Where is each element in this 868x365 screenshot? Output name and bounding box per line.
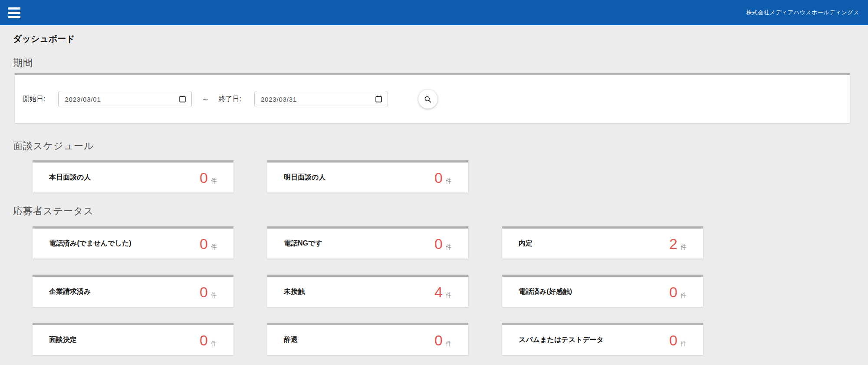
stat-card-label: 企業請求済み [49,287,91,296]
calendar-icon[interactable] [375,95,382,103]
end-date-field [254,91,388,107]
stat-card-value: 0 [200,333,208,348]
hamburger-icon [8,12,20,14]
stat-card: 未接触 4 件 [267,275,468,307]
stat-card-count: 0 件 [200,333,217,348]
page-title: ダッシュボード [13,33,868,44]
stat-card-value: 0 [434,170,443,185]
stat-card-label: 電話NGです [284,239,322,248]
stat-card: 電話済み(好感触) 0 件 [502,275,703,307]
stat-card-count: 2 件 [669,236,687,251]
stat-card-count: 0 件 [200,236,217,251]
stat-card-count: 0 件 [434,236,452,251]
stat-card-unit: 件 [681,243,687,251]
stat-card-label: 未接触 [284,287,305,296]
stat-card-label: 面談決定 [49,335,77,345]
end-date-input[interactable] [254,91,388,107]
stat-card-unit: 件 [681,340,687,348]
main-content: ダッシュボード 期間 開始日: ～ 終了日: 面談スケジュー [0,25,868,355]
stat-card-unit: 件 [211,177,217,185]
stat-card-count: 4 件 [434,285,452,299]
stat-card-unit: 件 [446,292,452,299]
start-date-label: 開始日: [23,95,45,104]
stat-card: 電話NGです 0 件 [267,226,468,259]
stat-card-value: 0 [669,285,677,299]
company-name: 株式会社メディアハウスホールディングス [746,9,859,17]
stat-card-label: 電話済み(でませんでした) [49,239,132,248]
stat-card-unit: 件 [446,243,452,251]
stat-card-count: 0 件 [669,333,687,348]
hamburger-icon [8,7,20,10]
stat-card-value: 0 [200,236,208,251]
section-title-period: 期間 [13,56,868,70]
start-date-input[interactable] [58,91,192,107]
stat-card-value: 0 [669,333,677,348]
period-filter-card: 開始日: ～ 終了日: [15,73,850,123]
stat-card: 辞退 0 件 [267,323,468,355]
section-title-interview-schedule: 面談スケジュール [13,139,868,153]
start-date-field [58,91,192,107]
end-date-label: 終了日: [218,95,241,104]
stat-card: 企業請求済み 0 件 [33,275,233,307]
applicant-status-grid: 電話済み(でませんでした) 0 件 電話NGです 0 件 内定 2 件 企業請求… [33,226,868,355]
stat-card-unit: 件 [681,292,687,299]
stat-card-count: 0 件 [669,285,687,299]
stat-card: 電話済み(でませんでした) 0 件 [33,226,233,259]
stat-card-unit: 件 [211,243,217,251]
stat-card-value: 0 [434,333,443,348]
stat-card-count: 0 件 [434,170,452,185]
stat-card: 面談決定 0 件 [33,323,233,355]
stat-card-label: 辞退 [284,335,298,345]
stat-card-value: 0 [200,285,208,299]
stat-card-label: 本日面談の人 [49,173,91,182]
section-title-applicant-status: 応募者ステータス [13,205,868,218]
stat-card-value: 0 [200,170,208,185]
stat-card-count: 0 件 [434,333,452,348]
stat-card-label: 内定 [519,239,533,248]
interview-schedule-grid: 本日面談の人 0 件 明日面談の人 0 件 [33,160,868,192]
stat-card: 本日面談の人 0 件 [33,160,233,192]
stat-card-value: 2 [669,236,677,251]
stat-card: 明日面談の人 0 件 [267,160,468,192]
stat-card-label: 明日面談の人 [284,173,326,182]
app-header: 株式会社メディアハウスホールディングス [0,0,868,25]
stat-card-label: スパムまたはテストデータ [519,335,604,345]
stat-card-unit: 件 [211,340,217,348]
hamburger-menu-button[interactable] [4,3,24,23]
stat-card-label: 電話済み(好感触) [519,287,572,296]
stat-card-count: 0 件 [200,170,217,185]
stat-card-value: 4 [434,285,443,299]
stat-card-unit: 件 [446,340,452,348]
stat-card-value: 0 [434,236,443,251]
search-button[interactable] [418,90,437,109]
hamburger-icon [8,16,20,18]
stat-card-unit: 件 [446,177,452,185]
stat-card-unit: 件 [211,292,217,299]
calendar-icon[interactable] [179,95,186,103]
stat-card: スパムまたはテストデータ 0 件 [502,323,703,355]
search-icon [424,95,432,103]
stat-card-count: 0 件 [200,285,217,299]
date-range-separator: ～ [201,94,209,104]
stat-card: 内定 2 件 [502,226,703,259]
